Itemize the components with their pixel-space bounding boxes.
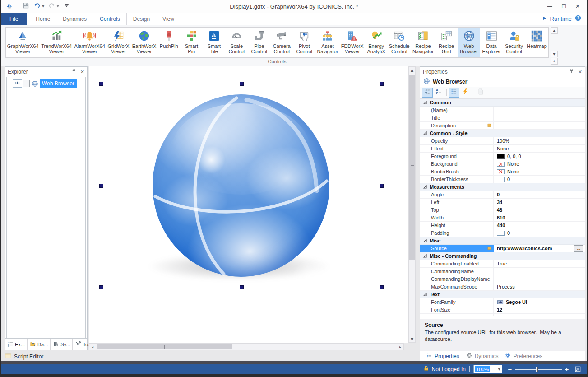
ribbon-button-scale-control[interactable]: ScaleControl — [225, 28, 248, 57]
chevron-down-icon[interactable]: ▼ — [498, 368, 502, 371]
help-icon[interactable]: ? — [574, 14, 582, 23]
zoom-out-button[interactable]: − — [507, 366, 513, 372]
property-row-height[interactable]: Height440 — [420, 222, 585, 229]
ribbon-button-smart-tile[interactable]: SmartTile — [203, 28, 225, 57]
fit-to-window-button[interactable] — [574, 366, 581, 372]
property-value[interactable]: 0 — [494, 176, 585, 183]
ribbon-button-recipe-grid[interactable]: RecipeGrid — [435, 28, 458, 57]
undo-button[interactable]: ▼ — [32, 1, 45, 11]
ribbon-button-pushpin[interactable]: PushPin — [157, 28, 180, 57]
property-value[interactable] — [494, 122, 585, 129]
maximize-button[interactable]: ☐ — [561, 4, 566, 9]
property-value[interactable] — [494, 268, 585, 275]
description-pane-button[interactable] — [475, 88, 486, 98]
canvas-vertical-scrollbar[interactable]: ▲ ▼ — [408, 66, 416, 343]
property-row-fontfamily[interactable]: FontFamilyabSegoe UI — [420, 298, 585, 306]
property-row-borderbrush[interactable]: BorderBrushNone — [420, 168, 585, 176]
app-logo-button[interactable] — [5, 1, 14, 11]
property-row-commandingdisplayname[interactable]: CommandingDisplayName — [420, 275, 585, 283]
runtime-button[interactable]: Runtime — [550, 15, 572, 22]
ribbon-scroll-up-button[interactable]: ▲ — [551, 27, 558, 34]
selection-handle[interactable] — [240, 82, 244, 86]
property-row-title[interactable]: Title — [420, 114, 585, 122]
ribbon-button-security-control[interactable]: SecurityControl — [503, 28, 525, 57]
pin-panel-icon[interactable] — [71, 68, 77, 76]
property-row-name[interactable]: (Name) — [420, 107, 585, 114]
property-row-effect[interactable]: EffectNone — [420, 145, 585, 153]
property-row-background[interactable]: BackgroundNone — [420, 160, 585, 168]
property-value[interactable] — [494, 114, 585, 121]
tab-properties[interactable]: Properties — [423, 352, 463, 360]
ellipsis-button[interactable]: ... — [574, 245, 583, 252]
design-canvas[interactable] — [89, 66, 408, 343]
script-editor-bar[interactable]: Script Editor — [5, 352, 43, 361]
list-view-button[interactable] — [449, 88, 459, 98]
categorized-button[interactable] — [422, 88, 433, 98]
ribbon-button-alarmworx64-viewer[interactable]: AlarmWorX64Viewer — [73, 28, 106, 57]
sort-alphabetical-button[interactable]: AZ — [433, 88, 444, 98]
scroll-right-icon[interactable]: ▸ — [397, 344, 403, 350]
selection-handle[interactable] — [380, 184, 384, 188]
property-row-angle[interactable]: Angle0 — [420, 191, 585, 199]
property-value[interactable]: http://www.iconics.com... — [494, 245, 585, 252]
tab-design[interactable]: Design — [127, 13, 156, 25]
property-value[interactable]: Normal — [494, 314, 585, 316]
ribbon-button-graphworx64-viewer[interactable]: GraphWorX64Viewer — [6, 28, 40, 57]
ribbon-button-web-browser[interactable]: WWWWebBrowser — [458, 28, 480, 57]
panel-tab-da[interactable]: Da... — [28, 339, 51, 350]
close-button[interactable]: ✕ — [575, 4, 580, 9]
tab-preferences[interactable]: Preferences — [501, 352, 546, 360]
collapse-triangle-icon[interactable] — [423, 239, 427, 242]
ribbon-button-energy-analytix[interactable]: EnergyAnalytiX — [365, 28, 388, 57]
tab-dynamics[interactable]: Dynamics — [56, 13, 93, 25]
close-panel-icon[interactable]: ✕ — [578, 69, 582, 75]
runtime-play-icon[interactable] — [542, 15, 547, 23]
property-value[interactable]: 440 — [494, 222, 585, 229]
ribbon-button-recipe-navigator[interactable]: RecipeNavigator — [411, 28, 435, 57]
property-row-maxcommandscope[interactable]: MaxCommandScopeProcess — [420, 283, 585, 291]
redo-button[interactable]: ▼ — [47, 1, 60, 11]
scroll-up-icon[interactable]: ▲ — [409, 67, 415, 73]
property-row-width[interactable]: Width610 — [420, 214, 585, 222]
tree-item-web-browser[interactable]: WWW Web Browser — [8, 79, 85, 88]
property-row-commandingenabled[interactable]: CommandingEnabledTrue — [420, 260, 585, 268]
login-status[interactable]: Not Logged In — [423, 365, 466, 373]
ribbon-button-camera-control[interactable]: CameraControl — [270, 28, 293, 57]
ribbon-button-fddworx-viewer[interactable]: FDDWorXViewer — [340, 28, 365, 57]
property-category-common-style[interactable]: Common - Style — [420, 130, 585, 137]
property-row-commandingname[interactable]: CommandingName — [420, 268, 585, 275]
dynamics-bolt-button[interactable] — [460, 88, 471, 98]
property-value[interactable]: None — [494, 145, 585, 152]
minimize-button[interactable]: — — [547, 4, 552, 9]
property-value[interactable]: 0, 0, 0 — [494, 153, 585, 160]
tab-file[interactable]: File — [1, 13, 27, 25]
property-row-foreground[interactable]: Foreground0, 0, 0 — [420, 153, 585, 160]
tab-home[interactable]: Home — [29, 13, 56, 25]
ribbon-button-pipe-control[interactable]: PipeControl — [248, 28, 270, 57]
property-value[interactable] — [494, 275, 585, 283]
collapse-triangle-icon[interactable] — [423, 293, 427, 296]
chevron-down-icon[interactable]: ▼ — [42, 5, 44, 8]
chevron-down-icon[interactable]: ▼ — [56, 5, 59, 8]
property-value[interactable]: 48 — [494, 206, 585, 214]
property-category-misc-commanding[interactable]: Misc - Commanding — [420, 252, 585, 260]
property-row-fontsize[interactable]: FontSize12 — [420, 306, 585, 314]
ribbon-button-earthworx-viewer[interactable]: EarthWorXViewer — [131, 28, 158, 57]
property-row-source[interactable]: Sourcehttp://www.iconics.com... — [420, 245, 585, 252]
close-panel-icon[interactable]: ✕ — [80, 69, 84, 75]
property-row-borderthickness[interactable]: BorderThickness0 — [420, 176, 585, 183]
property-row-top[interactable]: Top48 — [420, 206, 585, 214]
property-category-common[interactable]: Common — [420, 99, 585, 107]
property-category-misc[interactable]: Misc — [420, 237, 585, 245]
tab-view[interactable]: View — [156, 13, 181, 25]
selection-handle[interactable] — [99, 82, 103, 86]
property-value[interactable]: None — [494, 160, 585, 168]
canvas-horizontal-scrollbar[interactable]: ◂ ▸ — [89, 343, 404, 350]
property-row-fontstyle[interactable]: FontStyleNormal — [420, 314, 585, 316]
property-value[interactable]: Process — [494, 283, 585, 290]
ribbon-button-pivot-control[interactable]: PivotControl — [293, 28, 315, 57]
property-value[interactable]: 100% — [494, 137, 585, 144]
lock-checkbox[interactable] — [23, 80, 30, 87]
scroll-down-icon[interactable]: ▼ — [409, 336, 415, 342]
collapse-triangle-icon[interactable] — [423, 185, 427, 189]
